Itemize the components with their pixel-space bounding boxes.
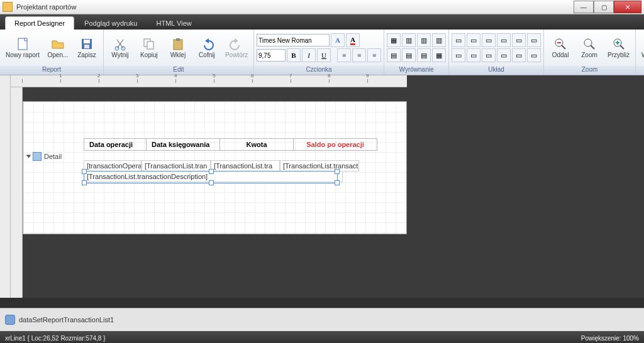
minimize-button[interactable]: — [574, 1, 594, 13]
design-surface[interactable]: Data operacji Data księgowania Kwota Sal… [23, 101, 407, 234]
group-label-align: Wyrównanie [384, 66, 448, 75]
layout-b7[interactable]: ▭ [452, 48, 465, 62]
svg-rect-7 [147, 41, 153, 49]
tab-report-designer[interactable]: Report Designer [5, 16, 74, 30]
resize-handle[interactable] [335, 169, 340, 174]
header-cell[interactable]: Data operacji [84, 139, 147, 150]
italic-button[interactable]: I [302, 48, 316, 62]
font-color-button[interactable]: A [346, 33, 360, 47]
group-label-font: Czcionka [254, 66, 384, 75]
svg-line-12 [562, 45, 565, 49]
align-l-button[interactable]: ▥ [402, 33, 416, 47]
align-t-button[interactable]: ▤ [387, 48, 401, 62]
paste-button[interactable]: Wklej [164, 31, 192, 65]
table-row[interactable]: [transactionOpera [TransactionList.tran … [84, 160, 359, 172]
zoom-out-button[interactable]: Oddal [547, 31, 574, 65]
ribbon-group-align: ▦▥▥▥ ▤▤▤▦ Wyrównanie [384, 30, 449, 75]
header-cell[interactable]: Saldo po operacji [294, 139, 377, 150]
layout-b3[interactable]: ▭ [482, 33, 496, 47]
align-c-button[interactable]: ▥ [417, 33, 431, 47]
paste-icon [171, 37, 185, 51]
layout-b8[interactable]: ▭ [467, 48, 480, 62]
main-tabs: Report Designer Podgląd wydruku HTML Vie… [0, 14, 644, 30]
align-grid-button[interactable]: ▦ [387, 33, 401, 47]
redo-button[interactable]: Powtórz [222, 31, 251, 65]
table-header-row[interactable]: Data operacji Data księgowania Kwota Sal… [84, 138, 377, 151]
font-grow-button[interactable]: A [331, 33, 345, 47]
expand-icon [26, 155, 31, 158]
underline-button[interactable]: U [317, 48, 331, 62]
group-label-view: Widok [636, 66, 644, 75]
windows-button[interactable]: Windows [638, 31, 644, 65]
group-label-report: Report [0, 66, 103, 75]
font-size-select[interactable] [257, 49, 286, 62]
tab-html-view[interactable]: HTML View [147, 17, 200, 30]
folder-open-icon [51, 37, 65, 51]
bold-button[interactable]: B [287, 48, 301, 62]
layout-b6[interactable]: ▭ [527, 33, 541, 47]
status-bar: xrLine1 { Loc:26,52 Rozmiar:574,8 } Powi… [0, 331, 644, 343]
ribbon-group-report: Nowy raport Open... Zapisz Report [0, 30, 104, 75]
layout-b10[interactable]: ▭ [497, 48, 511, 62]
zoom-out-icon [553, 37, 567, 51]
copy-icon [142, 37, 156, 51]
close-button[interactable]: ✕ [614, 1, 641, 13]
cut-button[interactable]: Wytnij [106, 31, 134, 65]
resize-handle[interactable] [82, 169, 87, 174]
title-bar: Projektant raportów — ▢ ✕ [0, 0, 644, 14]
layout-b11[interactable]: ▭ [512, 48, 526, 62]
datasource-icon [5, 315, 15, 325]
align-sz-button[interactable]: ▦ [432, 48, 446, 62]
resize-handle[interactable] [82, 180, 87, 185]
field-cell[interactable]: [transactionOpera [84, 160, 142, 172]
header-cell[interactable]: Data księgowania [147, 139, 220, 150]
layout-b2[interactable]: ▭ [467, 33, 480, 47]
zoom-in-button[interactable]: Przybliż [604, 31, 633, 65]
datasource-name[interactable]: dataSetReportTransactionList1 [19, 316, 114, 324]
save-button[interactable]: Zapisz [73, 31, 101, 65]
zoom-in-icon [612, 37, 626, 51]
redo-icon [230, 37, 243, 51]
open-button[interactable]: Open... [44, 31, 72, 65]
svg-rect-2 [84, 40, 90, 43]
save-icon [80, 37, 94, 51]
layout-b4[interactable]: ▭ [497, 33, 511, 47]
align-left-button[interactable]: ≡ [337, 48, 351, 62]
align-center-button[interactable]: ≡ [352, 48, 366, 62]
ribbon-group-edit: Wytnij Kopiuj Wklej Cofnij Powtórz Edit [104, 30, 254, 75]
resize-handle[interactable] [209, 169, 214, 174]
header-cell[interactable]: Kwota [220, 139, 294, 150]
resize-handle[interactable] [335, 180, 340, 185]
align-right-button[interactable]: ≡ [367, 48, 381, 62]
resize-handle[interactable] [209, 180, 214, 185]
undo-button[interactable]: Cofnij [193, 31, 221, 65]
vertical-ruler [11, 87, 23, 298]
svg-line-14 [591, 45, 594, 49]
app-icon [3, 2, 13, 12]
group-label-edit: Edit [104, 66, 253, 75]
toolbox-strip[interactable] [0, 75, 11, 298]
align-r-button[interactable]: ▥ [432, 33, 446, 47]
tab-print-preview[interactable]: Podgląd wydruku [75, 17, 146, 30]
align-b-button[interactable]: ▤ [417, 48, 431, 62]
field-cell[interactable]: [TransactionList.transactionB [280, 160, 359, 172]
layout-b1[interactable]: ▭ [452, 33, 465, 47]
layout-b5[interactable]: ▭ [512, 33, 526, 47]
field-cell[interactable]: [TransactionList.tra [211, 160, 280, 172]
copy-button[interactable]: Kopiuj [135, 31, 163, 65]
font-family-select[interactable] [257, 34, 330, 46]
layout-b12[interactable]: ▭ [527, 48, 541, 62]
zoom-button[interactable]: Zoom [575, 31, 603, 65]
panel-splitter[interactable] [0, 298, 644, 308]
field-cell[interactable]: [TransactionList.tran [142, 160, 211, 172]
layout-b9[interactable]: ▭ [482, 48, 496, 62]
new-report-button[interactable]: Nowy raport [3, 31, 43, 65]
scissors-icon [113, 37, 127, 51]
ribbon-group-view: Windows Widok [636, 30, 644, 75]
ribbon: Nowy raport Open... Zapisz Report Wytnij… [0, 30, 644, 75]
maximize-button[interactable]: ▢ [594, 1, 614, 13]
detail-band-header[interactable]: Detail [27, 152, 62, 161]
svg-rect-0 [18, 38, 27, 50]
align-m-button[interactable]: ▤ [402, 48, 416, 62]
band-icon [33, 152, 42, 161]
